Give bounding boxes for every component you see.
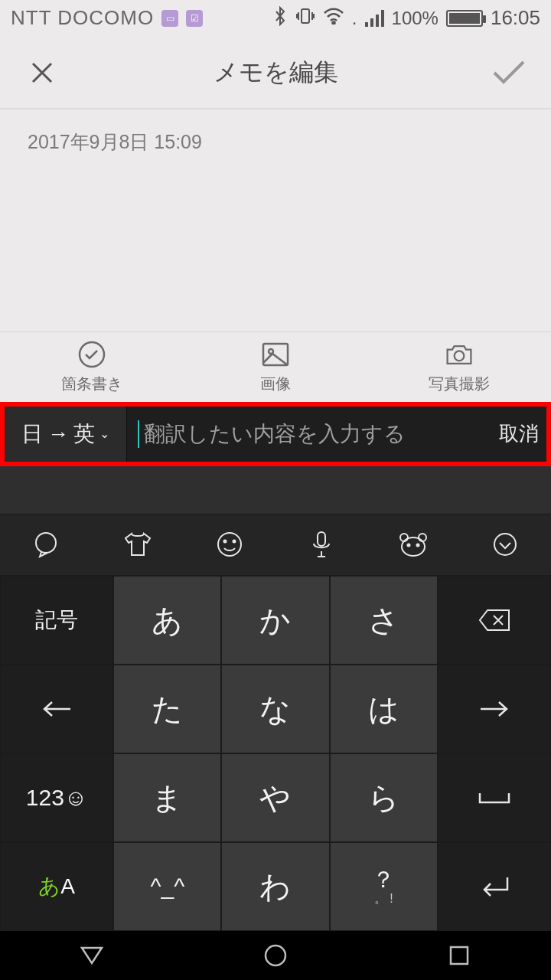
signal-icon — [365, 10, 384, 27]
memo-toolbar: 箇条書き 画像 写真撮影 — [0, 332, 551, 402]
highlight-box: 日 → 英 ⌄ 翻訳したい内容を入力する 取消 — [0, 402, 551, 466]
toolbar-camera-label: 写真撮影 — [429, 374, 490, 394]
key-ya[interactable]: や — [221, 753, 329, 842]
svg-point-8 — [224, 541, 227, 543]
lang-from: 日 — [21, 420, 43, 449]
wifi-icon — [323, 8, 344, 29]
toolbar-bullet-label: 箇条書き — [61, 374, 122, 394]
key-mode[interactable]: あA — [0, 842, 113, 931]
key-right[interactable] — [438, 665, 551, 753]
svg-point-7 — [218, 533, 241, 556]
text-cursor — [138, 420, 139, 448]
status-bar: NTT DOCOMO ▭ ☑ . 100% 16:05 — [0, 0, 551, 37]
key-ra[interactable]: ら — [330, 753, 438, 842]
translate-input[interactable]: 翻訳したい内容を入力する — [127, 407, 491, 462]
svg-point-2 — [80, 342, 104, 367]
status-badge-2: ☑ — [186, 10, 203, 27]
key-left[interactable] — [0, 665, 113, 753]
key-enter[interactable] — [438, 842, 551, 931]
lang-to: 英 — [73, 420, 95, 449]
carrier-label: NTT DOCOMO — [11, 6, 154, 30]
image-icon — [261, 340, 290, 369]
status-badge-1: ▭ — [161, 10, 178, 27]
translate-bar: 日 → 英 ⌄ 翻訳したい内容を入力する 取消 — [5, 407, 546, 462]
android-navbar — [0, 931, 551, 980]
check-circle-icon — [77, 340, 106, 369]
svg-point-9 — [233, 541, 236, 543]
svg-point-5 — [455, 351, 465, 361]
camera-icon — [445, 340, 474, 369]
app-header: メモを編集 — [0, 37, 551, 110]
svg-point-16 — [494, 534, 516, 555]
collapse-icon[interactable] — [459, 514, 551, 576]
memo-editor[interactable]: 2017年9月8日 15:09 — [0, 109, 551, 332]
keyboard: 記号 あ か さ た な は 123☺ ま や ら あA ^_^ わ ？ 。 ! — [0, 576, 551, 931]
battery-icon — [446, 10, 483, 27]
language-selector[interactable]: 日 → 英 ⌄ — [5, 407, 127, 462]
key-face[interactable]: ^_^ — [113, 842, 221, 931]
toolbar-image-label: 画像 — [260, 374, 291, 394]
key-sa[interactable]: さ — [330, 576, 438, 665]
svg-point-14 — [408, 544, 410, 547]
bear-icon[interactable] — [367, 514, 459, 576]
svg-rect-18 — [451, 947, 468, 964]
svg-rect-10 — [318, 532, 325, 546]
arrow-right-icon: → — [47, 422, 69, 446]
nav-home-icon[interactable] — [260, 940, 291, 971]
svg-rect-0 — [302, 9, 309, 23]
key-numeric[interactable]: 123☺ — [0, 753, 113, 842]
key-ta[interactable]: た — [113, 665, 221, 753]
svg-point-15 — [417, 544, 419, 547]
toolbar-image[interactable]: 画像 — [184, 332, 367, 402]
key-punct[interactable]: ？ 。 ! — [330, 842, 438, 931]
chevron-down-icon: ⌄ — [99, 426, 109, 441]
mic-icon[interactable] — [276, 514, 367, 576]
confirm-icon[interactable] — [491, 55, 527, 90]
cancel-button[interactable]: 取消 — [491, 407, 546, 462]
suggestion-strip — [0, 466, 551, 514]
close-icon[interactable] — [24, 55, 60, 90]
key-ka[interactable]: か — [221, 576, 329, 665]
bluetooth-icon — [272, 6, 288, 31]
key-a[interactable]: あ — [113, 576, 221, 665]
nav-recent-icon[interactable] — [444, 940, 474, 971]
emoji-icon[interactable] — [184, 514, 276, 576]
key-ma[interactable]: ま — [113, 753, 221, 842]
key-ha[interactable]: は — [330, 665, 438, 753]
key-na[interactable]: な — [221, 665, 329, 753]
svg-point-13 — [402, 537, 425, 556]
toolbar-bullet[interactable]: 箇条書き — [0, 332, 184, 402]
tshirt-icon[interactable] — [92, 514, 184, 576]
svg-point-1 — [332, 21, 334, 24]
key-symbols[interactable]: 記号 — [0, 576, 113, 665]
nav-back-icon[interactable] — [77, 940, 107, 971]
translate-placeholder: 翻訳したい内容を入力する — [144, 420, 406, 449]
key-backspace[interactable] — [438, 576, 551, 665]
key-space[interactable] — [438, 753, 551, 842]
clock-label: 16:05 — [491, 6, 540, 30]
toolbar-camera[interactable]: 写真撮影 — [367, 332, 551, 402]
svg-point-6 — [36, 533, 56, 553]
chat-icon[interactable] — [0, 514, 92, 576]
svg-point-17 — [266, 946, 285, 965]
vibrate-icon — [295, 7, 315, 30]
keyboard-tool-row — [0, 514, 551, 577]
key-wa[interactable]: わ — [221, 842, 329, 931]
battery-pct: 100% — [392, 8, 439, 29]
page-title: メモを編集 — [214, 56, 338, 90]
memo-timestamp: 2017年9月8日 15:09 — [28, 129, 523, 155]
